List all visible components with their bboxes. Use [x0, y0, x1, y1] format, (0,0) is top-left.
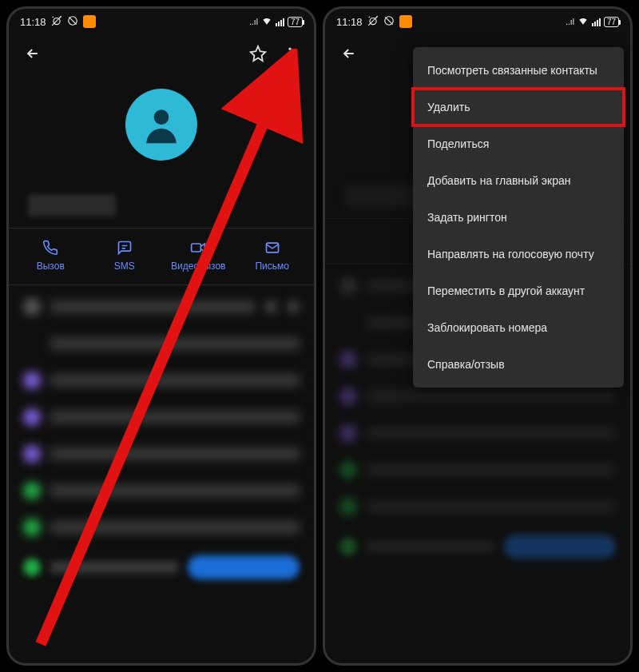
phone-right: 11:18 ..ıl 77	[323, 6, 633, 666]
call-action[interactable]: Вызов	[14, 240, 88, 272]
svg-point-3	[288, 52, 291, 54]
status-time: 11:18	[336, 16, 363, 28]
menu-view-linked[interactable]: Посмотреть связанные контакты	[413, 52, 624, 89]
battery-indicator: 77	[288, 17, 303, 27]
content-list	[9, 285, 314, 663]
favorite-button[interactable]	[245, 41, 271, 66]
phone-left: 11:18 ..ıl 77	[6, 6, 316, 666]
voice-icon: ..ıl	[249, 18, 258, 26]
context-menu: Посмотреть связанные контакты Удалить По…	[413, 47, 624, 388]
sms-label: SMS	[114, 260, 135, 272]
menu-set-ringtone[interactable]: Задать рингтон	[413, 199, 624, 236]
avatar-area	[9, 73, 314, 175]
back-button[interactable]	[20, 41, 46, 66]
wifi-icon	[261, 15, 272, 29]
svg-point-4	[288, 57, 291, 59]
status-time: 11:18	[20, 16, 46, 28]
list-item[interactable]	[9, 330, 314, 357]
contact-avatar	[125, 89, 197, 161]
email-action[interactable]: Письмо	[236, 240, 310, 272]
menu-voicemail[interactable]: Направлять на голосовую почту	[413, 236, 624, 272]
status-bar: 11:18 ..ıl 77	[9, 9, 314, 34]
contact-name	[28, 194, 116, 217]
back-button[interactable]	[336, 41, 362, 66]
svg-point-5	[154, 109, 169, 125]
menu-delete[interactable]: Удалить	[413, 89, 624, 125]
app-notification-icon	[399, 15, 412, 28]
list-item[interactable]	[9, 404, 314, 431]
status-bar: 11:18 ..ıl 77	[325, 9, 630, 34]
sms-action[interactable]: SMS	[88, 240, 162, 272]
email-label: Письмо	[255, 260, 289, 272]
video-action[interactable]: Видеовызов	[161, 240, 236, 272]
app-notification-icon	[83, 15, 96, 28]
wifi-icon	[577, 15, 589, 29]
more-button[interactable]	[277, 41, 303, 66]
alarm-icon	[51, 15, 62, 29]
list-item[interactable]	[9, 551, 314, 584]
list-item[interactable]	[9, 293, 314, 320]
menu-block[interactable]: Заблокировать номера	[413, 309, 624, 346]
list-item[interactable]	[9, 367, 314, 394]
svg-point-2	[288, 48, 291, 50]
action-row: Вызов SMS Видеовызов Письмо	[9, 229, 314, 284]
svg-rect-6	[192, 244, 201, 252]
call-label: Вызов	[37, 260, 65, 272]
menu-move-account[interactable]: Переместить в другой аккаунт	[413, 272, 624, 309]
list-item[interactable]	[9, 477, 314, 504]
alarm-icon	[367, 15, 379, 29]
signal-icon	[276, 17, 284, 26]
menu-share[interactable]: Поделиться	[413, 125, 624, 162]
voice-icon: ..ıl	[566, 18, 574, 26]
app-bar	[9, 34, 314, 73]
list-item[interactable]	[9, 514, 314, 541]
battery-indicator: 77	[604, 17, 619, 27]
list-item[interactable]	[9, 440, 314, 467]
video-label: Видеовызов	[171, 260, 225, 272]
menu-help[interactable]: Справка/отзыв	[413, 346, 624, 383]
dnd-icon	[383, 15, 395, 29]
menu-add-home[interactable]: Добавить на главный экран	[413, 162, 624, 199]
dnd-icon	[67, 15, 78, 29]
signal-icon	[592, 17, 601, 26]
